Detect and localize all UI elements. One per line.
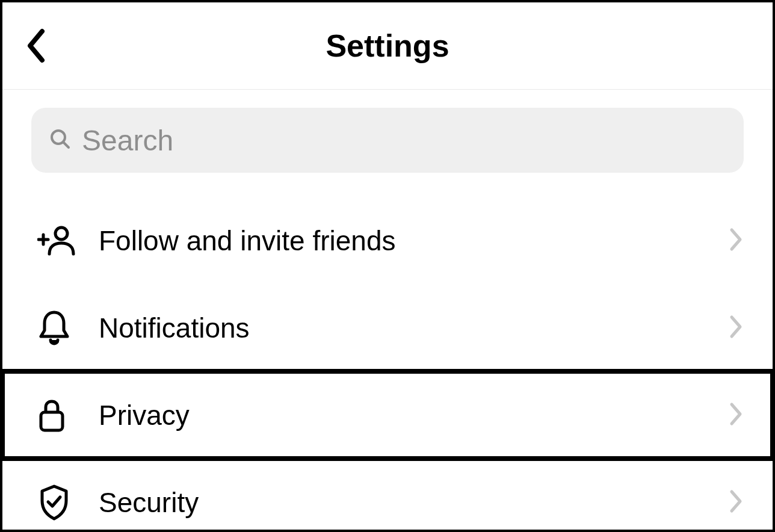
add-person-icon — [37, 224, 79, 258]
page-title: Settings — [2, 28, 773, 64]
menu-item-label: Notifications — [99, 312, 729, 344]
search-container — [2, 90, 773, 185]
svg-rect-5 — [41, 412, 63, 430]
shield-check-icon — [37, 484, 79, 521]
menu-item-notifications[interactable]: Notifications — [2, 284, 773, 371]
back-button[interactable] — [24, 28, 48, 64]
chevron-right-icon — [729, 227, 744, 254]
chevron-right-icon — [729, 402, 744, 428]
menu-item-label: Security — [99, 486, 729, 519]
search-box[interactable] — [31, 108, 744, 173]
search-icon — [49, 128, 71, 152]
chevron-right-icon — [729, 489, 744, 516]
menu-item-privacy[interactable]: Privacy — [2, 371, 773, 459]
menu-item-label: Privacy — [99, 399, 729, 431]
chevron-right-icon — [729, 315, 744, 341]
svg-point-2 — [55, 227, 67, 240]
chevron-left-icon — [24, 28, 48, 64]
menu-list: Follow and invite friends Notifications — [2, 185, 773, 532]
menu-item-security[interactable]: Security — [2, 459, 773, 532]
bell-icon — [37, 310, 79, 346]
header: Settings — [2, 2, 773, 90]
svg-line-1 — [64, 143, 69, 147]
search-input[interactable] — [82, 124, 726, 157]
lock-icon — [37, 398, 79, 433]
menu-item-follow-invite[interactable]: Follow and invite friends — [2, 197, 773, 284]
menu-item-label: Follow and invite friends — [99, 224, 729, 257]
